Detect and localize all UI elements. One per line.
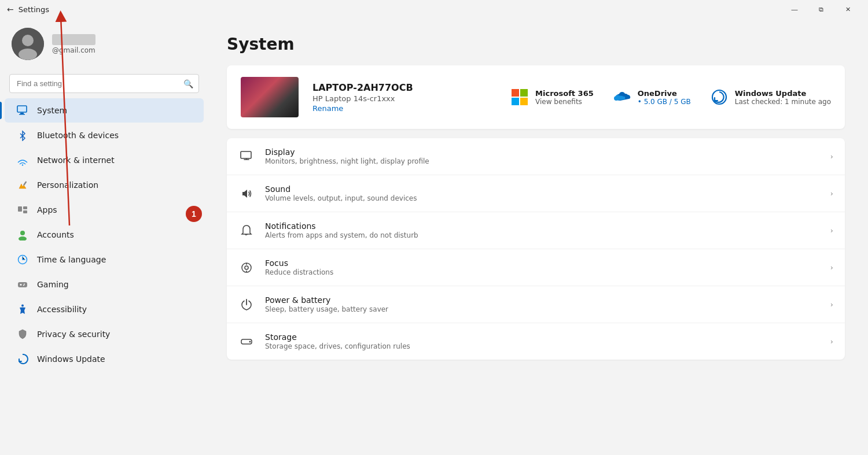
main-content: System LAPTOP-2AH77OCB HP Laptop 14s-cr1… <box>208 19 868 455</box>
notifications-name: Notifications <box>265 221 820 231</box>
sidebar-item-apps[interactable]: Apps <box>5 198 204 222</box>
user-name <box>52 34 95 45</box>
storage-text: Storage Storage space, drives, configura… <box>265 332 820 350</box>
sound-setting[interactable]: Sound Volume levels, output, input, soun… <box>227 175 845 212</box>
search-input[interactable] <box>9 74 199 93</box>
device-model: HP Laptop 14s-cr1xxx <box>312 94 496 103</box>
network-icon <box>16 154 29 167</box>
sidebar-item-bluetooth[interactable]: Bluetooth & devices <box>5 123 204 147</box>
svg-point-2 <box>19 49 37 60</box>
windows-update-service[interactable]: Windows Update Last checked: 1 minute ag… <box>709 87 831 107</box>
windows-update-icon <box>16 353 29 365</box>
privacy-label: Privacy & security <box>37 330 110 339</box>
user-info: @gmail.com <box>52 34 95 54</box>
device-services: Microsoft 365 View benefits OneDrive <box>510 87 831 107</box>
display-setting[interactable]: Display Monitors, brightness, night ligh… <box>227 138 845 175</box>
sidebar-item-time[interactable]: Time & language <box>5 247 204 272</box>
svg-rect-21 <box>241 151 251 158</box>
time-icon <box>16 253 29 266</box>
svg-point-6 <box>22 164 23 165</box>
windows-update-service-icon <box>709 87 729 107</box>
svg-rect-7 <box>23 181 27 186</box>
svg-rect-4 <box>20 113 24 114</box>
sidebar-item-system[interactable]: System <box>5 98 204 123</box>
accessibility-label: Accessibility <box>37 305 87 314</box>
power-setting[interactable]: Power & battery Sleep, battery usage, ba… <box>227 286 845 323</box>
svg-rect-5 <box>19 114 25 115</box>
onedrive-service[interactable]: OneDrive • 5.0 GB / 5 GB <box>612 87 691 107</box>
personalization-label: Personalization <box>37 180 98 190</box>
ms-q4 <box>520 98 528 105</box>
storage-setting[interactable]: Storage Storage space, drives, configura… <box>227 323 845 360</box>
storage-name: Storage <box>265 332 820 342</box>
focus-chevron: › <box>830 263 833 272</box>
gaming-icon <box>16 278 29 291</box>
sidebar-item-accessibility[interactable]: Accessibility <box>5 297 204 321</box>
gaming-label: Gaming <box>37 280 69 289</box>
sidebar-item-accounts[interactable]: Accounts <box>5 223 204 247</box>
device-thumbnail <box>241 77 299 117</box>
display-icon <box>238 149 255 165</box>
display-desc: Monitors, brightness, night light, displ… <box>265 157 820 165</box>
network-label: Network & internet <box>37 156 115 165</box>
svg-point-19 <box>21 305 24 307</box>
apps-label: Apps <box>37 205 57 214</box>
app-body: @gmail.com 🔍 System <box>0 19 868 455</box>
storage-icon <box>238 334 255 350</box>
device-rename[interactable]: Rename <box>312 104 496 113</box>
windows-update-label: Windows Update <box>37 354 105 364</box>
svg-point-23 <box>245 266 248 269</box>
svg-point-17 <box>24 284 25 285</box>
privacy-icon <box>16 328 29 341</box>
sound-chevron: › <box>830 189 833 198</box>
microsoft365-text: Microsoft 365 View benefits <box>535 89 594 106</box>
power-name: Power & battery <box>265 295 820 305</box>
accounts-icon <box>16 228 29 241</box>
search-icon: 🔍 <box>183 79 193 88</box>
power-chevron: › <box>830 300 833 309</box>
system-icon <box>16 104 29 117</box>
display-text: Display Monitors, brightness, night ligh… <box>265 147 820 165</box>
focus-setting[interactable]: Focus Reduce distractions › <box>227 249 845 286</box>
minimize-button[interactable]: — <box>781 0 808 19</box>
sidebar-item-network[interactable]: Network & internet <box>5 148 204 172</box>
display-chevron: › <box>830 152 833 161</box>
focus-icon <box>238 260 255 276</box>
sidebar: @gmail.com 🔍 System <box>0 19 208 455</box>
focus-name: Focus <box>265 258 820 268</box>
search-box: 🔍 <box>9 74 199 93</box>
microsoft365-icon <box>510 87 529 107</box>
onedrive-name: OneDrive <box>638 89 691 98</box>
notifications-chevron: › <box>830 226 833 235</box>
notifications-text: Notifications Alerts from apps and syste… <box>265 221 820 239</box>
svg-point-27 <box>249 341 251 342</box>
power-desc: Sleep, battery usage, battery saver <box>265 305 820 313</box>
windows-update-service-sub: Last checked: 1 minute ago <box>735 98 831 106</box>
notifications-setting[interactable]: Notifications Alerts from apps and syste… <box>227 212 845 249</box>
sidebar-item-personalization[interactable]: Personalization <box>5 173 204 197</box>
svg-point-18 <box>23 285 24 286</box>
sound-desc: Volume levels, output, input, sound devi… <box>265 194 820 202</box>
sidebar-nav: System Bluetooth & devices <box>0 98 208 372</box>
maximize-button[interactable]: ⧉ <box>808 0 834 19</box>
titlebar: ← Settings — ⧉ ✕ <box>0 0 868 19</box>
svg-rect-8 <box>18 206 22 212</box>
settings-list: Display Monitors, brightness, night ligh… <box>227 138 845 360</box>
avatar[interactable] <box>12 28 44 60</box>
power-icon <box>238 297 255 313</box>
bluetooth-label: Bluetooth & devices <box>37 131 119 140</box>
back-icon[interactable]: ← <box>7 5 14 14</box>
sidebar-item-windows-update[interactable]: Windows Update <box>5 347 204 371</box>
system-label: System <box>37 106 67 115</box>
onedrive-text: OneDrive • 5.0 GB / 5 GB <box>638 89 691 106</box>
sidebar-item-gaming[interactable]: Gaming <box>5 272 204 297</box>
close-button[interactable]: ✕ <box>834 0 861 19</box>
apps-icon <box>16 204 29 216</box>
svg-rect-9 <box>23 206 27 209</box>
microsoft365-service[interactable]: Microsoft 365 View benefits <box>510 87 594 107</box>
ms-q3 <box>512 98 519 105</box>
device-card: LAPTOP-2AH77OCB HP Laptop 14s-cr1xxx Ren… <box>227 65 845 129</box>
notifications-icon <box>238 223 255 239</box>
sidebar-item-privacy[interactable]: Privacy & security <box>5 322 204 346</box>
power-text: Power & battery Sleep, battery usage, ba… <box>265 295 820 313</box>
